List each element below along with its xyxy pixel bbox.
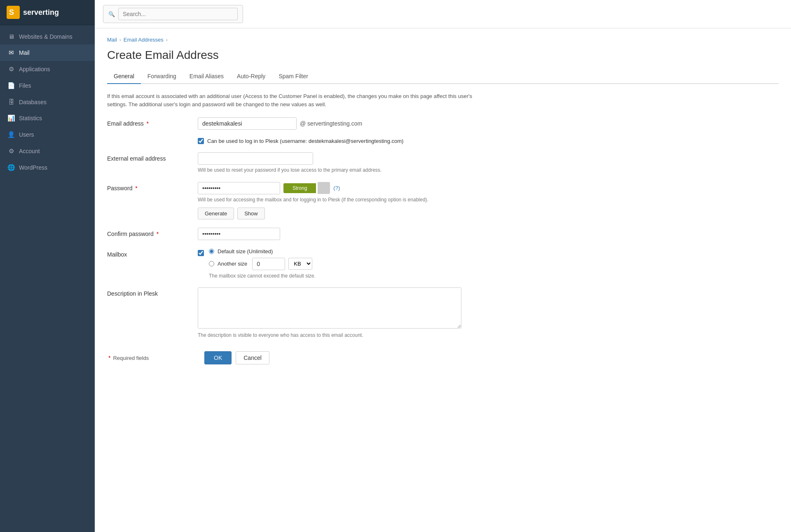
sidebar-item-label: Files xyxy=(19,82,31,89)
show-button[interactable]: Show xyxy=(237,208,265,219)
mail-icon: ✉ xyxy=(7,49,15,56)
info-text: If this email account is associated with… xyxy=(107,92,478,108)
description-control: The description is visible to everyone w… xyxy=(198,287,486,339)
description-textarea[interactable] xyxy=(198,287,461,329)
description-hint: The description is visible to everyone w… xyxy=(198,332,486,339)
email-address-control: @ servertingtesting.com xyxy=(198,117,486,130)
mailbox-control: Default size (Unlimited) Another size KB… xyxy=(198,248,486,280)
size-unit-select[interactable]: KB MB GB xyxy=(288,258,312,270)
external-email-label: External email address xyxy=(107,152,198,162)
sidebar-item-label: Websites & Domains xyxy=(19,33,73,40)
email-address-input[interactable] xyxy=(198,117,297,130)
databases-icon: 🗄 xyxy=(7,98,15,105)
page-title: Create Email Address xyxy=(107,49,779,62)
search-input[interactable] xyxy=(118,8,238,20)
external-email-input[interactable] xyxy=(198,152,313,165)
external-email-hint: Will be used to reset your password if y… xyxy=(198,167,486,174)
another-size-radio[interactable] xyxy=(209,261,214,266)
mailbox-hint: The mailbox size cannot exceed the defau… xyxy=(209,273,316,280)
breadcrumb-mail[interactable]: Mail xyxy=(107,37,117,43)
size-radio-group: Default size (Unlimited) Another size KB… xyxy=(209,248,316,270)
sidebar-nav: 🖥 Websites & Domains ✉ Mail ⚙ Applicatio… xyxy=(0,25,95,532)
logo-text: serverting xyxy=(23,8,59,17)
password-group: Password * Strong (?) Will be used for a… xyxy=(107,182,779,219)
default-size-label: Default size (Unlimited) xyxy=(218,248,273,254)
tabs-bar: General Forwarding Email Aliases Auto-Re… xyxy=(107,69,779,84)
sidebar-item-label: Account xyxy=(19,148,40,154)
sidebar-item-statistics[interactable]: 📊 Statistics xyxy=(0,110,95,126)
confirm-password-group: Confirm password * xyxy=(107,228,779,240)
sidebar-item-label: Applications xyxy=(19,66,50,72)
statistics-icon: 📊 xyxy=(7,114,15,122)
strength-bar: Strong xyxy=(283,182,330,194)
sidebar-item-applications[interactable]: ⚙ Applications xyxy=(0,61,95,77)
default-size-radio[interactable] xyxy=(209,249,214,254)
plesk-login-row: Can be used to log in to Plesk (username… xyxy=(107,138,779,144)
main-content: 🔍 Mail › Email Addresses › Create Email … xyxy=(95,0,791,532)
confirm-password-control xyxy=(198,228,486,240)
password-btn-row: Generate Show xyxy=(198,208,486,219)
password-help-link[interactable]: (?) xyxy=(333,185,340,191)
topbar: 🔍 xyxy=(95,0,791,28)
external-email-control: Will be used to reset your password if y… xyxy=(198,152,486,174)
sidebar-item-users[interactable]: 👤 Users xyxy=(0,126,95,143)
content-area: Mail › Email Addresses › Create Email Ad… xyxy=(95,28,791,532)
sidebar-item-label: Statistics xyxy=(19,115,42,121)
size-input[interactable] xyxy=(252,258,285,270)
strength-label: Strong xyxy=(283,183,316,193)
tab-auto-reply[interactable]: Auto-Reply xyxy=(230,69,272,84)
sidebar-item-mail[interactable]: ✉ Mail xyxy=(0,44,95,61)
sidebar-item-databases[interactable]: 🗄 Databases xyxy=(0,94,95,110)
ok-button[interactable]: OK xyxy=(204,351,232,364)
breadcrumb-sep-1: › xyxy=(119,37,121,43)
sidebar-item-wordpress[interactable]: 🌐 WordPress xyxy=(0,159,95,176)
required-star: * xyxy=(145,120,149,127)
sidebar-item-files[interactable]: 📄 Files xyxy=(0,77,95,94)
sidebar-item-label: WordPress xyxy=(19,164,47,171)
footer-required-star: * xyxy=(108,355,110,361)
password-control: Strong (?) Will be used for accessing th… xyxy=(198,182,486,219)
mailbox-label: Mailbox xyxy=(107,248,198,258)
action-buttons: OK Cancel xyxy=(204,351,269,364)
sidebar: S serverting 🖥 Websites & Domains ✉ Mail… xyxy=(0,0,95,532)
required-fields-note: Required fields xyxy=(113,355,149,361)
account-icon: ⚙ xyxy=(7,147,15,155)
breadcrumb-email-addresses[interactable]: Email Addresses xyxy=(124,37,164,43)
default-size-row: Default size (Unlimited) xyxy=(209,248,316,254)
logo: S serverting xyxy=(0,0,95,25)
generate-button[interactable]: Generate xyxy=(198,208,234,219)
password-hint: Will be used for accessing the mailbox a… xyxy=(198,196,486,203)
email-input-row: @ servertingtesting.com xyxy=(198,117,486,130)
tab-email-aliases[interactable]: Email Aliases xyxy=(183,69,230,84)
monitor-icon: 🖥 xyxy=(7,33,15,40)
email-address-group: Email address * @ servertingtesting.com xyxy=(107,117,779,130)
sidebar-item-account[interactable]: ⚙ Account xyxy=(0,143,95,159)
search-box[interactable]: 🔍 xyxy=(103,5,243,23)
breadcrumb-sep-2: › xyxy=(166,37,168,43)
breadcrumb: Mail › Email Addresses › xyxy=(107,37,779,43)
sidebar-item-label: Users xyxy=(19,131,34,138)
cancel-button[interactable]: Cancel xyxy=(236,351,269,364)
mailbox-checkbox[interactable] xyxy=(198,250,204,256)
description-label: Description in Plesk xyxy=(107,287,198,297)
confirm-password-input[interactable] xyxy=(198,228,280,240)
external-email-group: External email address Will be used to r… xyxy=(107,152,779,174)
plesk-login-checkbox[interactable] xyxy=(198,138,204,144)
svg-text:S: S xyxy=(9,8,14,16)
strength-remainder xyxy=(318,182,330,194)
search-icon: 🔍 xyxy=(108,11,115,17)
users-icon: 👤 xyxy=(7,131,15,138)
email-domain: @ servertingtesting.com xyxy=(300,120,362,127)
form-footer: * Required fields OK Cancel xyxy=(107,347,779,364)
tab-spam-filter[interactable]: Spam Filter xyxy=(272,69,315,84)
another-size-row: Another size KB MB GB xyxy=(209,258,316,270)
applications-icon: ⚙ xyxy=(7,65,15,73)
tab-general[interactable]: General xyxy=(107,69,141,84)
email-address-label: Email address * xyxy=(107,117,198,127)
mailbox-group: Mailbox Default size (Unlimited) xyxy=(107,248,779,280)
description-group: Description in Plesk The description is … xyxy=(107,287,779,339)
password-input[interactable] xyxy=(198,182,280,194)
sidebar-item-websites-domains[interactable]: 🖥 Websites & Domains xyxy=(0,28,95,44)
plesk-login-label: Can be used to log in to Plesk (username… xyxy=(207,138,403,144)
tab-forwarding[interactable]: Forwarding xyxy=(141,69,183,84)
